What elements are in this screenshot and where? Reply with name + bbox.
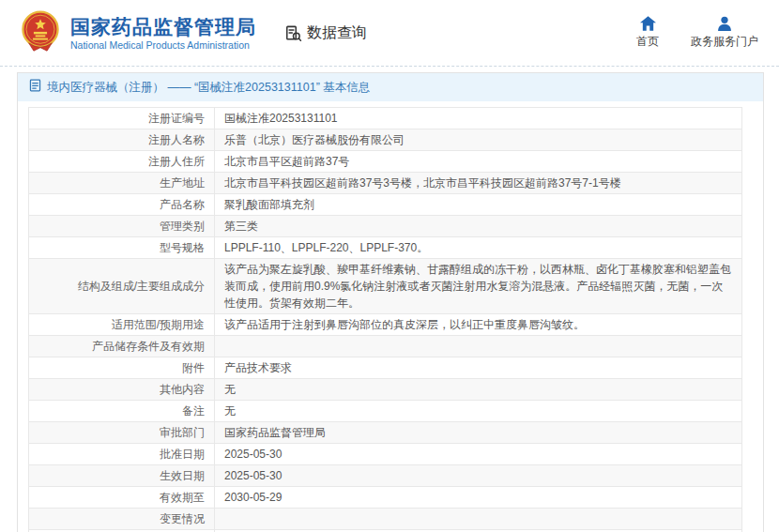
table-row: 管理类别第三类 [29,216,742,237]
panel-title-bar: 境内医疗器械（注册） —— “国械注准20253131101” 基本信息 [18,73,763,101]
data-query-icon [284,24,302,42]
table-row: 生效日期2025-05-30 [29,465,742,487]
row-value: 聚乳酸面部填充剂 [215,194,742,216]
row-value: 乐普（北京）医疗器械股份有限公司 [215,129,742,151]
table-row: 适用范围/预期用途该产品适用于注射到鼻唇沟部位的真皮深层，以纠正中重度鼻唇沟皱纹… [29,314,742,336]
row-value: 该产品为聚左旋乳酸、羧甲基纤维素钠、甘露醇组成的冻干粉，以西林瓶、卤化丁基橡胶塞… [215,259,742,314]
agency-name: 国家药品监督管理局 National Medical Products Admi… [70,15,256,52]
row-value: 国家药品监督管理局 [215,422,742,444]
row-label: 管理类别 [29,216,215,237]
table-row: 变更情况 [29,509,742,530]
home-icon [640,16,656,31]
table-row: 注册证编号国械注准20253131101 [29,108,742,129]
row-label: 附件 [29,357,215,379]
table-row: 注册人名称乐普（北京）医疗器械股份有限公司 [29,129,742,151]
row-value: 北京市昌平科技园区超前路37号3号楼，北京市昌平科技园区超前路37号7-1号楼 [215,173,742,194]
row-value: 第三类 [215,216,742,237]
row-label: 审批部门 [29,422,215,444]
info-table-body: 注册证编号国械注准20253131101注册人名称乐普（北京）医疗器械股份有限公… [29,108,742,532]
table-row: 产品储存条件及有效期 [29,336,742,357]
row-label: 结构及组成/主要组成成分 [29,259,215,314]
table-row: 型号规格LPPLF-110、LPPLF-220、LPPLF-370。 [29,237,742,259]
row-value [215,509,742,530]
row-label: 注册证编号 [29,108,215,129]
row-label: 批准日期 [29,444,215,465]
table-row: 生产地址北京市昌平科技园区超前路37号3号楼，北京市昌平科技园区超前路37号7-… [29,173,742,194]
header: 国家药品监督管理局 National Medical Products Admi… [0,0,779,67]
row-label: 产品储存条件及有效期 [29,336,215,357]
user-icon [717,16,732,31]
row-label: 注册人名称 [29,129,215,151]
info-table-wrap: 注册证编号国械注准20253131101注册人名称乐普（北京）医疗器械股份有限公… [28,107,742,532]
table-row: 结构及组成/主要组成成分该产品为聚左旋乳酸、羧甲基纤维素钠、甘露醇组成的冻干粉，… [29,259,742,314]
row-value [215,336,742,357]
table-row: 批准日期2025-05-30 [29,444,742,465]
row-value: 2025-05-30 [215,465,742,487]
row-label: 有效期至 [29,487,215,509]
row-label: 型号规格 [29,237,215,259]
agency-logo: 国家药品监督管理局 National Medical Products Admi… [19,8,256,58]
table-row: 产品名称聚乳酸面部填充剂 [29,194,742,216]
document-icon [29,79,41,96]
row-label: 生效日期 [29,465,215,487]
row-value: 2025-05-30 [215,444,742,465]
row-value: 该产品适用于注射到鼻唇沟部位的真皮深层，以纠正中重度鼻唇沟皱纹。 [215,314,742,336]
row-label: 生产地址 [29,173,215,194]
nav-item-portal[interactable]: 政务服务门户 [691,16,758,50]
table-row: 附件产品技术要求 [29,357,742,379]
agency-subtitle: National Medical Products Administration [70,38,256,52]
top-nav: 首页 政务服务门户 [636,16,758,50]
row-value: 北京市昌平区超前路37号 [215,151,742,173]
page-title: 境内医疗器械（注册） —— “国械注准20253131101” 基本信息 [47,80,370,95]
table-row: 其他内容无 [29,379,742,401]
row-label: 其他内容 [29,379,215,401]
nav-item-label: 首页 [636,34,659,50]
detail-panel: 境内医疗器械（注册） —— “国械注准20253131101” 基本信息 注册证… [17,72,764,532]
table-row: 有效期至2030-05-29 [29,487,742,509]
row-label: 注册人住所 [29,151,215,173]
row-label: 产品名称 [29,194,215,216]
table-row: 审批部门国家药品监督管理局 [29,422,742,444]
national-emblem-icon [19,8,62,58]
table-row: 注册人住所北京市昌平区超前路37号 [29,151,742,173]
table-row: 备注无 [29,401,742,422]
agency-title: 国家药品监督管理局 [70,15,256,38]
data-query-nav[interactable]: 数据查询 [284,23,367,43]
row-value: 国械注准20253131101 [215,108,742,129]
row-value: LPPLF-110、LPPLF-220、LPPLF-370。 [215,237,742,259]
nav-item-label: 政务服务门户 [691,34,758,50]
row-value: 无 [215,401,742,422]
row-label: 适用范围/预期用途 [29,314,215,336]
row-label: 变更情况 [29,509,215,530]
data-query-label: 数据查询 [307,23,367,43]
nav-item-home[interactable]: 首页 [636,16,659,50]
row-label: 备注 [29,401,215,422]
row-value: 无 [215,379,742,401]
info-table: 注册证编号国械注准20253131101注册人名称乐普（北京）医疗器械股份有限公… [28,107,742,532]
row-value: 2030-05-29 [215,487,742,509]
row-value: 产品技术要求 [215,357,742,379]
